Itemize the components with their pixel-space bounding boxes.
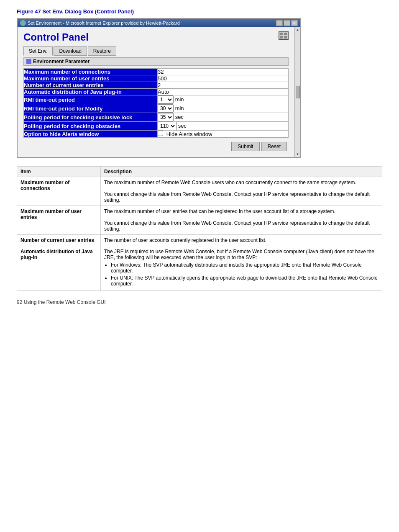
desc-desc-2: The number of user accounts currently re…	[101, 235, 382, 246]
svg-rect-0	[280, 33, 283, 35]
hide-alerts-label: Hide Alerts window	[158, 131, 212, 137]
panel-icon	[279, 31, 289, 40]
browser-titlebar: Set Environment - Microsoft Internet Exp…	[18, 19, 300, 27]
desc-table: Item Description Maximum number of conne…	[17, 166, 382, 291]
param-row-7: Polling period for checking obstacles 60…	[24, 122, 289, 131]
desc-item-0: Maximum number of connections	[17, 177, 101, 206]
scrollbar-thumb[interactable]	[296, 86, 300, 98]
page-footer: 92 Using the Remote Web Console GUI	[17, 299, 382, 305]
desc-desc-3-bullet-0: For Windows: The SVP automatically distr…	[111, 262, 379, 274]
param-value-6: 1020303560 sec	[158, 113, 289, 122]
desc-desc-2-part-0: The number of user accounts currently re…	[104, 237, 266, 243]
param-value-1: 500	[158, 75, 289, 82]
param-label-5: RMI time-out period for Modify	[24, 104, 158, 113]
desc-desc-3-bullet-1: For UNIX: The SVP automatically opens th…	[111, 275, 379, 287]
param-label-0: Maximum number of connections	[24, 69, 158, 75]
param-row-3: Automatic distribution of Java plug-in A…	[24, 89, 289, 95]
desc-row-1: Maximum number of user entries The maxim…	[17, 206, 382, 235]
param-row-5: RMI time-out period for Modify 101520306…	[24, 104, 289, 113]
param-value-0: 32	[158, 69, 289, 75]
param-row-0: Maximum number of connections 32	[24, 69, 289, 75]
param-row-4: RMI time-out period 1251030 min	[24, 95, 289, 104]
param-value-8: Hide Alerts window	[158, 131, 289, 138]
desc-desc-1-part-1: You cannot change this value from Remote…	[104, 220, 370, 232]
close-button[interactable]: ✕	[291, 20, 298, 26]
param-value-3: Auto	[158, 89, 289, 95]
figure-title: Figure 47 Set Env. Dialog Box (Control P…	[17, 8, 382, 15]
tab-restore[interactable]: Restore	[88, 46, 116, 56]
maximize-button[interactable]: □	[284, 20, 290, 26]
param-label-7: Polling period for checking obstacles	[24, 122, 158, 131]
svg-rect-2	[280, 36, 283, 39]
tab-download[interactable]: Download	[54, 46, 87, 56]
section-label-text: Environment Parameter	[33, 59, 90, 64]
desc-row-2: Number of current user entries The numbe…	[17, 235, 382, 246]
rmi-timeout-unit: min	[175, 96, 184, 103]
rmi-timeout-modify-select[interactable]: 1015203060	[158, 104, 174, 113]
param-row-1: Maximum number of user entries 500	[24, 75, 289, 82]
desc-desc-0-part-1: You cannot change this value from Remote…	[104, 191, 370, 203]
polling-lock-select[interactable]: 1020303560	[158, 113, 174, 121]
desc-desc-0: The maximum number of Remote Web Console…	[101, 177, 382, 206]
param-label-8: Option to hide Alerts window	[24, 131, 158, 138]
svg-rect-1	[284, 33, 287, 35]
desc-desc-3-part-0: The JRE is required to use Remote Web Co…	[104, 249, 374, 260]
browser-icon	[20, 20, 26, 26]
rmi-timeout-select[interactable]: 1251030	[158, 95, 174, 104]
browser-window: Set Environment - Microsoft Internet Exp…	[17, 18, 301, 158]
desc-desc-1: The maximum number of user entries that …	[101, 206, 382, 235]
tab-set-env[interactable]: Set Env.	[23, 46, 53, 56]
desc-header-description: Description	[101, 167, 382, 177]
param-row-2: Number of current user entries 2	[24, 82, 289, 89]
scrollbar[interactable]: ▲ ▼	[294, 27, 300, 157]
desc-item-1: Maximum number of user entries	[17, 206, 101, 235]
desc-item-2: Number of current user entries	[17, 235, 101, 246]
desc-desc-0-part-0: The maximum number of Remote Web Console…	[104, 180, 356, 185]
desc-desc-3: The JRE is required to use Remote Web Co…	[101, 246, 382, 291]
param-label-1: Maximum number of user entries	[24, 75, 158, 82]
param-row-6: Polling period for checking exclusive lo…	[24, 113, 289, 122]
param-value-2: 2	[158, 82, 289, 89]
svg-rect-3	[284, 36, 287, 39]
hide-alerts-checkbox[interactable]	[158, 131, 163, 136]
tabs-row: Set Env. Download Restore	[23, 46, 289, 56]
desc-row-3: Automatic distribution of Java plug-in T…	[17, 246, 382, 291]
minimize-button[interactable]: _	[276, 20, 283, 26]
param-row-8: Option to hide Alerts window Hide Alerts…	[24, 131, 289, 138]
hide-alerts-text: Hide Alerts window	[166, 131, 212, 137]
desc-header-item: Item	[17, 167, 101, 177]
polling-obstacles-unit: sec	[178, 123, 187, 129]
submit-row: Submit Reset	[23, 142, 289, 151]
param-value-7: 6090110120180 sec	[158, 122, 289, 131]
param-label-3: Automatic distribution of Java plug-in	[24, 89, 158, 95]
section-icon	[26, 59, 31, 64]
param-label-6: Polling period for checking exclusive lo…	[24, 113, 158, 122]
polling-obstacles-select[interactable]: 6090110120180	[158, 122, 176, 130]
section-label: Environment Parameter	[23, 57, 289, 66]
param-value-5: 1015203060 min	[158, 104, 289, 113]
reset-button[interactable]: Reset	[261, 142, 287, 151]
param-value-4: 1251030 min	[158, 95, 289, 104]
submit-button[interactable]: Submit	[231, 142, 259, 151]
rmi-timeout-modify-unit: min	[175, 105, 184, 111]
param-label-4: RMI time-out period	[24, 95, 158, 104]
params-table: Maximum number of connections 32 Maximum…	[23, 68, 289, 138]
scroll-down-arrow[interactable]: ▼	[296, 152, 299, 156]
scroll-up-arrow[interactable]: ▲	[296, 28, 299, 32]
browser-title-text: Set Environment - Microsoft Internet Exp…	[28, 21, 180, 26]
desc-desc-1-part-0: The maximum number of user entries that …	[104, 208, 335, 214]
param-label-2: Number of current user entries	[24, 82, 158, 89]
desc-item-3: Automatic distribution of Java plug-in	[17, 246, 101, 291]
control-panel-title: Control Panel	[23, 31, 89, 43]
polling-lock-unit: sec	[175, 114, 184, 120]
desc-row-0: Maximum number of connections The maximu…	[17, 177, 382, 206]
